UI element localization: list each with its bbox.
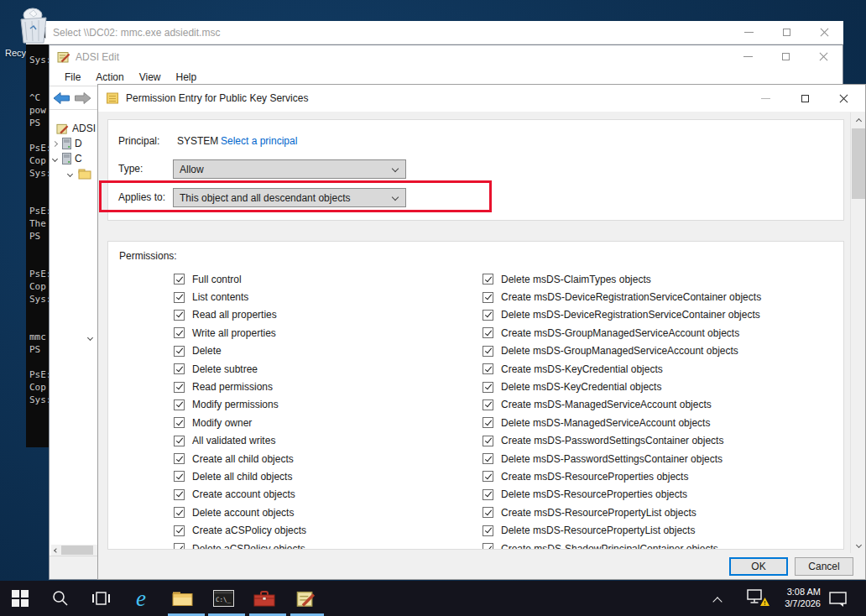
adsi-minimize-button[interactable] [729,45,767,68]
taskbar-cmd-button[interactable]: C:\_ [211,587,235,610]
check-icon [484,364,491,372]
permission-row: Modify owner [174,414,306,431]
check-icon [175,274,182,282]
permission-checkbox-checked[interactable] [483,274,493,285]
permission-checkbox-checked[interactable] [174,292,185,303]
permission-checkbox-checked[interactable] [483,382,493,393]
back-button[interactable] [53,91,70,105]
server-icon [62,153,71,164]
select-a-principal-link[interactable]: Select a principal [221,135,297,147]
permission-label: Delete msDS-KeyCredential objects [501,381,661,393]
check-icon [484,454,491,462]
permission-checkbox-checked[interactable] [483,292,493,303]
permission-checkbox-checked[interactable] [483,507,493,518]
cancel-button[interactable]: Cancel [795,557,853,576]
permission-row: Create msDS-KeyCredential objects [483,360,761,378]
adsi-title-bar[interactable]: ADSI Edit [50,45,843,68]
permission-checkbox-checked[interactable] [174,363,185,374]
permission-checkbox-checked[interactable] [174,543,185,550]
chevron-down-icon[interactable] [52,155,58,161]
ok-button-label: OK [751,561,765,572]
permission-label: Write all properties [192,327,276,339]
svg-text:C:\_: C:\_ [216,596,232,603]
permission-checkbox-checked[interactable] [483,436,493,446]
dialog-title-bar[interactable]: Permission Entry for Public Key Services [98,85,865,112]
console-close-button[interactable] [806,21,843,44]
console-title-bar[interactable]: C:\ Select \\DC02: mmc.exe adsiedit.msc [26,21,843,44]
permission-checkbox-checked[interactable] [174,399,185,410]
permission-checkbox-checked[interactable] [174,346,185,357]
permission-label: Delete msDS-PasswordSettingsContainer ob… [501,453,723,465]
menu-item[interactable]: Action [88,71,131,83]
server-icon [62,138,71,149]
permission-checkbox-checked[interactable] [483,489,493,500]
permission-checkbox-checked[interactable] [174,471,185,482]
action-center-icon[interactable] [829,592,848,608]
permission-checkbox-checked[interactable] [483,399,493,410]
permission-checkbox-checked[interactable] [174,436,185,446]
type-dropdown[interactable]: Allow [173,159,406,179]
permission-row: List contents [174,288,306,305]
console-maximize-button[interactable] [768,21,806,44]
check-icon [175,508,182,515]
menu-item[interactable]: File [57,71,88,83]
permission-row: Create aCSPolicy objects [174,521,306,539]
permission-row: Full control [174,270,306,288]
dialog-maximize-button[interactable] [785,85,825,112]
scroll-down-button[interactable] [851,539,866,553]
menu-item[interactable]: Help [169,71,205,83]
permission-checkbox-checked[interactable] [174,507,185,518]
permission-checkbox-checked[interactable] [174,453,185,464]
permission-checkbox-checked[interactable] [483,543,493,550]
tree-scroll-down-icon[interactable] [87,335,93,341]
taskbar-admin-tools-button[interactable] [253,587,276,610]
permission-label: Delete msDS-ManagedServiceAccount object… [501,417,710,429]
taskbar-file-explorer-button[interactable] [170,587,194,610]
taskbar-adsi-edit-button[interactable] [294,587,317,610]
permission-checkbox-checked[interactable] [483,417,493,428]
permission-checkbox-checked[interactable] [174,310,185,321]
permission-checkbox-checked[interactable] [174,489,185,500]
chevron-right-icon[interactable] [52,140,58,146]
adsi-close-button[interactable] [805,45,843,68]
dialog-vertical-scrollbar[interactable] [850,112,865,553]
permission-checkbox-checked[interactable] [174,417,185,428]
scroll-up-button[interactable] [851,112,866,127]
recycle-bin-icon[interactable] [15,5,52,45]
permission-checkbox-checked[interactable] [483,310,493,321]
tray-clock[interactable]: 3:08 AM 3/7/2026 [770,586,821,609]
console-minimize-button[interactable] [730,21,768,44]
start-button[interactable] [8,587,32,610]
permission-row: Delete msDS-GroupManagedServiceAccount o… [483,342,761,360]
scrollbar-thumb[interactable] [61,546,93,555]
permission-checkbox-checked[interactable] [174,382,185,393]
taskbar-internet-explorer-button[interactable]: e [129,587,153,610]
adsi-maximize-button[interactable] [767,45,805,68]
tree-horizontal-scrollbar[interactable] [51,545,98,556]
tree-node-label: C [75,153,82,164]
permission-row: Create all child objects [174,450,306,467]
scroll-left-icon[interactable] [51,549,61,552]
permission-checkbox-checked[interactable] [174,525,185,536]
permission-label: Create msDS-GroupManagedServiceAccount o… [501,327,739,339]
forward-button[interactable] [74,91,91,105]
permission-row: Delete account objects [174,504,306,521]
network-status-icon[interactable]: ! [747,589,770,608]
ok-button[interactable]: OK [729,557,788,576]
permission-checkbox-checked[interactable] [483,327,493,338]
permission-checkbox-checked[interactable] [483,363,493,374]
permission-checkbox-checked[interactable] [174,327,185,338]
permission-checkbox-checked[interactable] [483,525,493,536]
permission-checkbox-checked[interactable] [483,346,493,357]
permission-label: Delete aCSPolicy objects [192,543,305,550]
task-view-button[interactable] [89,587,112,610]
scrollbar-thumb[interactable] [852,128,865,199]
permission-checkbox-checked[interactable] [174,274,185,285]
dialog-close-button[interactable] [824,85,863,112]
permissions-label: Permissions: [119,250,177,262]
menu-item[interactable]: View [132,71,169,83]
chevron-down-icon[interactable] [67,170,73,176]
permission-checkbox-checked[interactable] [483,471,493,482]
permission-checkbox-checked[interactable] [483,453,493,464]
taskbar-search-button[interactable] [49,587,72,610]
